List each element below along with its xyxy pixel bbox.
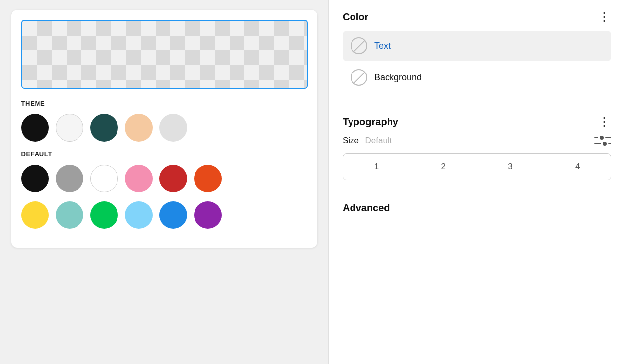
swatch-lightblue-default[interactable]: [125, 201, 153, 229]
color-option-text[interactable]: Text: [343, 31, 611, 61]
typography-section: Typography ⋮ Size Default: [329, 105, 625, 191]
size-btn-4[interactable]: 4: [544, 154, 611, 180]
slider-knob-2: [603, 142, 607, 146]
swatch-peach-theme[interactable]: [125, 114, 153, 142]
color-section-header: Color ⋮: [343, 11, 611, 23]
slider-track-1b: [605, 137, 611, 138]
size-btn-1[interactable]: 1: [343, 154, 410, 180]
size-label-group: Size Default: [343, 136, 391, 146]
swatch-yellow-default[interactable]: [21, 201, 49, 229]
size-default-label: Default: [365, 136, 392, 145]
typography-title: Typography: [343, 116, 398, 128]
swatch-teal-theme[interactable]: [90, 114, 118, 142]
default-swatches-row1: [21, 165, 308, 192]
color-more-icon[interactable]: ⋮: [598, 11, 611, 23]
slider-track-2b: [608, 143, 611, 144]
size-buttons-group: 1 2 3 4: [343, 153, 611, 180]
slider-track-2a: [594, 143, 601, 144]
swatch-black-default[interactable]: [21, 165, 49, 192]
swatch-white-default[interactable]: [90, 165, 118, 192]
swatch-lightgray-theme[interactable]: [159, 114, 187, 142]
size-label: Size: [343, 136, 359, 145]
color-option-text-label: Text: [374, 41, 391, 51]
size-btn-3[interactable]: 3: [477, 154, 545, 180]
swatch-orange-default[interactable]: [194, 165, 222, 192]
swatch-purple-default[interactable]: [194, 201, 222, 229]
color-option-background[interactable]: Background: [343, 62, 611, 93]
color-option-background-label: Background: [374, 73, 422, 83]
sliders-icon[interactable]: [594, 136, 611, 146]
default-swatches-row2: [21, 201, 308, 229]
slider-knob-1: [600, 136, 604, 140]
slider-line-1: [594, 136, 611, 140]
advanced-section: Advanced: [329, 191, 625, 224]
theme-swatches: [21, 114, 308, 142]
color-picker-card: THEME DEFAULT: [11, 10, 317, 248]
swatch-red-default[interactable]: [159, 165, 187, 192]
typography-section-header: Typography ⋮: [343, 116, 611, 128]
color-preview-area[interactable]: [21, 20, 308, 89]
text-slash-icon: [351, 37, 367, 54]
background-slash-icon: [351, 69, 367, 86]
default-label: DEFAULT: [21, 150, 308, 158]
swatch-gray-default[interactable]: [56, 165, 83, 192]
swatch-black-theme[interactable]: [21, 114, 49, 142]
theme-label: THEME: [21, 100, 308, 107]
swatch-pink-default[interactable]: [125, 165, 153, 192]
swatch-green-default[interactable]: [90, 201, 118, 229]
swatch-mint-default[interactable]: [56, 201, 83, 229]
swatch-white-theme[interactable]: [56, 114, 83, 142]
swatch-blue-default[interactable]: [159, 201, 187, 229]
typography-more-icon[interactable]: ⋮: [598, 116, 611, 128]
color-title: Color: [343, 11, 368, 23]
slider-track-1a: [594, 137, 598, 138]
left-panel: THEME DEFAULT: [0, 0, 328, 364]
advanced-title: Advanced: [343, 202, 390, 213]
size-btn-2[interactable]: 2: [410, 154, 477, 180]
slider-line-2: [594, 142, 611, 146]
size-row: Size Default: [343, 136, 611, 146]
right-panel: Color ⋮ Text Background Typography ⋮ Siz…: [328, 0, 625, 364]
color-section: Color ⋮ Text Background: [329, 0, 625, 105]
